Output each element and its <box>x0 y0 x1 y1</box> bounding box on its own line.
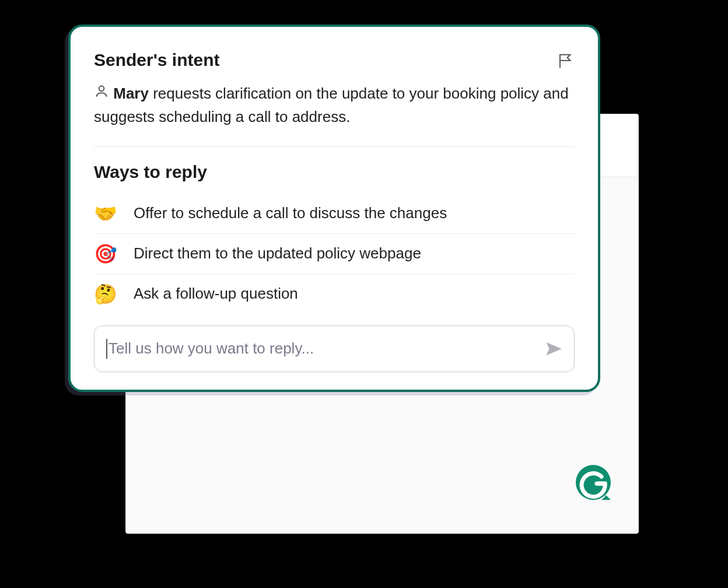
reply-option-label: Offer to schedule a call to discuss the … <box>134 204 447 222</box>
svg-point-3 <box>99 86 104 91</box>
reply-suggestions: 🤝 Offer to schedule a call to discuss th… <box>94 194 575 314</box>
flag-icon <box>557 52 575 70</box>
intent-summary: Mary requests clarification on the updat… <box>94 82 575 129</box>
assistant-panel: Sender's intent Mary requests clarificat… <box>68 24 600 392</box>
intent-title: Sender's intent <box>94 50 220 70</box>
thinking-icon: 🤔 <box>94 285 117 303</box>
target-icon: 🎯 <box>94 244 117 263</box>
intent-summary-text: requests clarification on the update to … <box>94 85 569 125</box>
flag-button[interactable] <box>557 50 575 72</box>
reply-option-label: Ask a follow-up question <box>134 285 298 303</box>
replies-title: Ways to reply <box>94 162 575 182</box>
reply-input[interactable] <box>108 340 545 358</box>
reply-option[interactable]: 🤝 Offer to schedule a call to discuss th… <box>94 194 575 234</box>
reply-option[interactable]: 🤔 Ask a follow-up question <box>94 274 575 314</box>
handshake-icon: 🤝 <box>94 204 117 223</box>
reply-input-row <box>94 326 575 372</box>
divider <box>94 146 575 147</box>
reply-option[interactable]: 🎯 Direct them to the updated policy webp… <box>94 234 575 274</box>
person-icon <box>94 85 113 102</box>
grammarly-logo-icon[interactable] <box>575 464 612 501</box>
send-button[interactable] <box>545 340 562 358</box>
sender-name: Mary <box>113 85 149 102</box>
send-icon <box>545 340 562 358</box>
reply-option-label: Direct them to the updated policy webpag… <box>134 244 421 262</box>
text-cursor <box>106 339 107 359</box>
